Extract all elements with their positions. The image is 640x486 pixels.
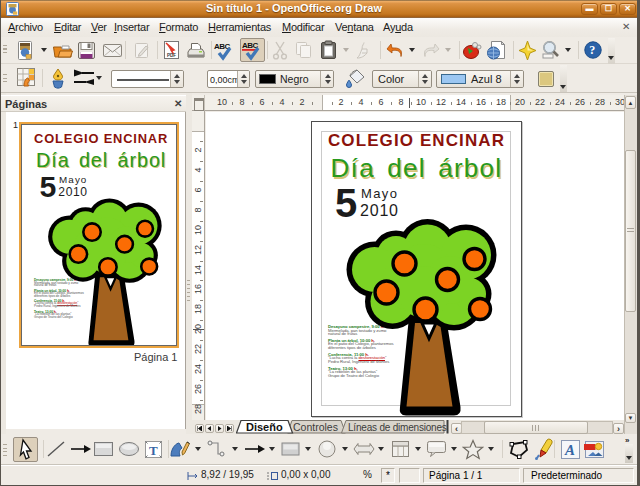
svg-text:?: ? — [589, 43, 595, 57]
svg-text:Líneas de dimensiones: Líneas de dimensiones — [348, 422, 447, 433]
svg-text:Controles: Controles — [293, 421, 338, 433]
svg-text:T: T — [149, 442, 158, 457]
svg-text:A: A — [564, 442, 575, 458]
svg-text:Diseño: Diseño — [246, 421, 283, 433]
svg-text:PDF: PDF — [167, 53, 176, 58]
